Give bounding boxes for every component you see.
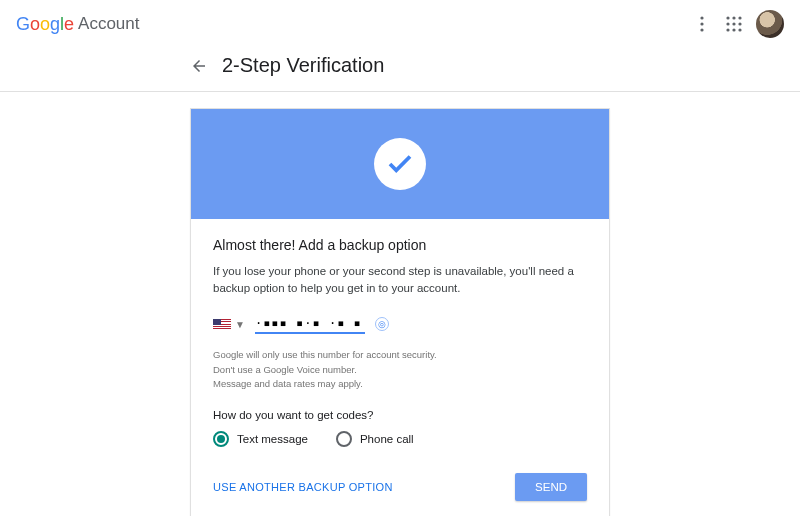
setup-card: Almost there! Add a backup option If you… [190, 108, 610, 516]
google-logo: Google Account [16, 14, 140, 35]
radio-text-message[interactable]: Text message [213, 431, 308, 447]
svg-point-4 [732, 16, 735, 19]
radio-icon [336, 431, 352, 447]
card-heading: Almost there! Add a backup option [213, 237, 587, 253]
use-another-backup-link[interactable]: USE ANOTHER BACKUP OPTION [213, 481, 393, 493]
country-selector[interactable]: ▼ [213, 319, 245, 330]
product-name: Account [78, 14, 139, 34]
phone-input[interactable] [255, 314, 365, 334]
disclaimer-line: Don't use a Google Voice number. [213, 363, 587, 377]
send-button[interactable]: SEND [515, 473, 587, 501]
svg-point-11 [738, 28, 741, 31]
radio-icon [213, 431, 229, 447]
hero-check-circle [374, 138, 426, 190]
phone-row: ▼ ◎ [213, 314, 587, 334]
apps-icon[interactable] [724, 14, 744, 34]
svg-point-0 [700, 16, 703, 19]
divider [0, 91, 800, 92]
svg-point-5 [738, 16, 741, 19]
avatar[interactable] [756, 10, 784, 38]
svg-point-8 [738, 22, 741, 25]
hero-banner [191, 109, 609, 219]
radio-label: Phone call [360, 433, 414, 445]
svg-point-9 [726, 28, 729, 31]
svg-point-10 [732, 28, 735, 31]
card-actions: USE ANOTHER BACKUP OPTION SEND [213, 473, 587, 501]
card-description: If you lose your phone or your second st… [213, 263, 587, 296]
codes-question: How do you want to get codes? [213, 409, 587, 421]
delivery-method-radios: Text message Phone call [213, 431, 587, 447]
svg-point-2 [700, 28, 703, 31]
radio-label: Text message [237, 433, 308, 445]
radio-phone-call[interactable]: Phone call [336, 431, 414, 447]
page-titlebar: 2-Step Verification [0, 48, 800, 91]
chevron-down-icon: ▼ [235, 319, 245, 330]
svg-point-7 [732, 22, 735, 25]
flag-us-icon [213, 319, 231, 330]
contacts-picker-icon[interactable]: ◎ [375, 317, 389, 331]
page-title: 2-Step Verification [222, 54, 384, 77]
phone-disclaimer: Google will only use this number for acc… [213, 348, 587, 391]
disclaimer-line: Message and data rates may apply. [213, 377, 587, 391]
svg-point-6 [726, 22, 729, 25]
back-arrow-icon[interactable] [190, 57, 208, 75]
disclaimer-line: Google will only use this number for acc… [213, 348, 587, 362]
svg-point-1 [700, 22, 703, 25]
checkmark-icon [385, 149, 415, 179]
app-header: Google Account [0, 0, 800, 48]
svg-point-3 [726, 16, 729, 19]
more-icon[interactable] [692, 14, 712, 34]
